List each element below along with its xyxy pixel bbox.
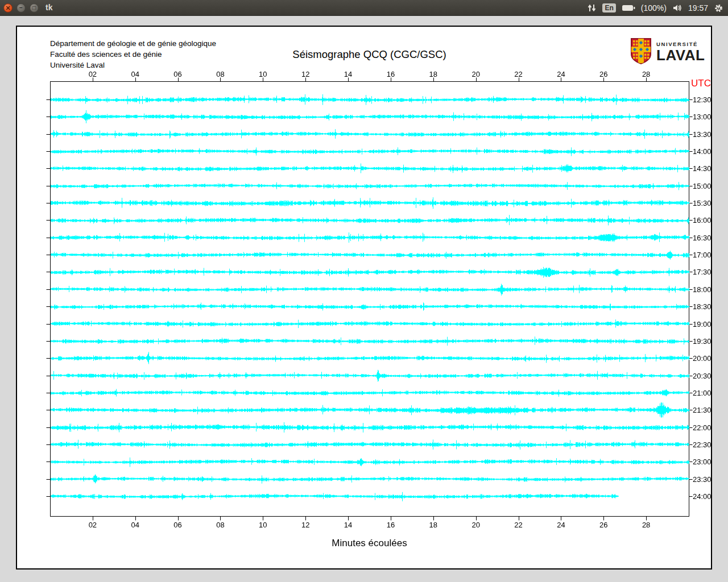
x-tick-label-top: 22 <box>510 70 527 78</box>
x-tick-label-top: 18 <box>425 70 442 78</box>
x-tick-label-bottom: 08 <box>212 521 229 529</box>
utc-row-label: 14:30 <box>693 164 712 173</box>
x-tick-label-bottom: 22 <box>510 521 527 529</box>
utc-row-label: 20:30 <box>693 372 712 380</box>
utc-row-label: 20:00 <box>693 354 712 363</box>
utc-row-label: 13:00 <box>693 113 712 121</box>
keyboard-layout-indicator[interactable]: En <box>602 3 615 13</box>
utc-row-label: 16:30 <box>693 234 712 242</box>
utc-axis-label: UTC <box>691 78 711 89</box>
x-tick-label-bottom: 20 <box>468 521 485 529</box>
seismograph-plot <box>17 27 711 568</box>
tk-window-background: Département de géologie et de génie géol… <box>0 16 728 582</box>
battery-percentage[interactable]: (100%) <box>641 3 667 13</box>
x-axis-label: Minutes écoulées <box>50 538 689 549</box>
network-traffic-icon[interactable] <box>588 3 597 13</box>
seismograph-canvas: Département de géologie et de génie géol… <box>16 26 712 569</box>
window-title: tk <box>46 3 52 12</box>
ubuntu-top-panel: ✕ − □ tk En (100%) 19:57 <box>0 0 728 16</box>
clock[interactable]: 19:57 <box>688 3 708 13</box>
session-gear-icon[interactable] <box>714 3 723 13</box>
x-tick-label-bottom: 10 <box>254 521 271 529</box>
x-tick-label-bottom: 18 <box>425 521 442 529</box>
x-tick-label-top: 02 <box>84 70 101 78</box>
utc-row-label: 22:00 <box>693 423 712 432</box>
battery-icon[interactable] <box>622 4 635 12</box>
utc-row-label: 18:00 <box>693 285 712 294</box>
utc-row-label: 16:00 <box>693 216 712 225</box>
utc-row-label: 23:30 <box>693 475 712 484</box>
x-tick-label-top: 10 <box>254 70 271 78</box>
x-tick-label-bottom: 26 <box>595 521 612 529</box>
x-tick-label-bottom: 12 <box>297 521 314 529</box>
x-tick-label-top: 06 <box>169 70 187 78</box>
x-tick-label-bottom: 16 <box>382 521 399 529</box>
utc-row-label: 14:00 <box>693 147 712 156</box>
utc-row-label: 21:00 <box>693 389 712 397</box>
maximize-button[interactable]: □ <box>30 3 39 13</box>
x-tick-label-top: 26 <box>595 70 612 78</box>
x-tick-label-top: 28 <box>638 70 655 78</box>
x-tick-label-top: 12 <box>297 70 314 78</box>
x-tick-label-top: 16 <box>382 70 399 78</box>
x-tick-label-bottom: 28 <box>638 521 655 529</box>
utc-row-label: 13:30 <box>693 130 712 139</box>
utc-row-label: 19:30 <box>693 337 712 346</box>
minimize-button[interactable]: − <box>16 3 26 13</box>
utc-row-label: 18:30 <box>693 302 712 311</box>
utc-row-label: 15:00 <box>693 182 712 190</box>
x-tick-label-bottom: 14 <box>340 521 357 529</box>
x-tick-label-top: 04 <box>127 70 144 78</box>
utc-row-label: 17:30 <box>693 268 712 276</box>
close-button[interactable]: ✕ <box>3 3 13 13</box>
indicator-tray: En (100%) 19:57 <box>588 0 723 16</box>
x-tick-label-bottom: 02 <box>84 521 101 529</box>
x-tick-label-top: 20 <box>468 70 485 78</box>
utc-row-label: 19:00 <box>693 320 712 329</box>
utc-row-label: 23:00 <box>693 458 712 466</box>
window-controls: ✕ − □ <box>3 0 39 16</box>
volume-icon[interactable] <box>672 3 682 13</box>
x-tick-label-bottom: 06 <box>169 521 187 529</box>
utc-row-label: 22:30 <box>693 440 712 449</box>
x-tick-label-bottom: 04 <box>127 521 144 529</box>
utc-row-label: 24:00 <box>693 492 712 501</box>
x-tick-label-top: 08 <box>212 70 229 78</box>
x-tick-label-bottom: 24 <box>552 521 569 529</box>
x-tick-label-top: 14 <box>340 70 357 78</box>
x-tick-label-top: 24 <box>552 70 569 78</box>
utc-row-label: 12:30 <box>693 95 712 104</box>
utc-row-label: 21:30 <box>693 406 712 414</box>
utc-row-label: 17:00 <box>693 251 712 259</box>
utc-row-label: 15:30 <box>693 199 712 207</box>
